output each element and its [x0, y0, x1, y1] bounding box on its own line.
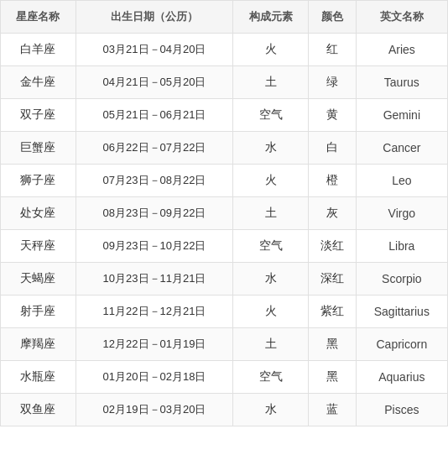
zodiac-color: 绿	[309, 66, 357, 99]
zodiac-element: 水	[233, 263, 309, 296]
zodiac-dates: 03月21日－04月20日	[76, 34, 233, 66]
zodiac-element: 水	[233, 132, 309, 165]
zodiac-color: 黑	[309, 361, 357, 394]
zodiac-dates: 09月23日－10月22日	[76, 230, 233, 263]
table-row: 处女座08月23日－09月22日土灰Virgo	[1, 197, 448, 230]
header-col-3: 颜色	[309, 1, 357, 34]
zodiac-color: 灰	[309, 197, 357, 230]
zodiac-dates: 10月23日－11月21日	[76, 263, 233, 296]
header-col-1: 出生日期（公历）	[76, 1, 233, 34]
zodiac-english: Taurus	[356, 66, 447, 99]
zodiac-dates: 04月21日－05月20日	[76, 66, 233, 99]
zodiac-dates: 12月22日－01月19日	[76, 328, 233, 361]
zodiac-color: 蓝	[309, 394, 357, 426]
zodiac-table: 星座名称出生日期（公历）构成元素颜色英文名称 白羊座03月21日－04月20日火…	[0, 0, 448, 426]
zodiac-english: Gemini	[356, 99, 447, 132]
table-row: 射手座11月22日－12月21日火紫红Sagittarius	[1, 296, 448, 328]
table-row: 双子座05月21日－06月21日空气黄Gemini	[1, 99, 448, 132]
zodiac-english: Aries	[356, 34, 447, 66]
zodiac-element: 空气	[233, 230, 309, 263]
zodiac-english: Capricorn	[356, 328, 447, 361]
zodiac-name: 狮子座	[1, 165, 76, 197]
zodiac-english: Aquarius	[356, 361, 447, 394]
table-row: 白羊座03月21日－04月20日火红Aries	[1, 34, 448, 66]
zodiac-name: 射手座	[1, 296, 76, 328]
zodiac-dates: 08月23日－09月22日	[76, 197, 233, 230]
zodiac-color: 黄	[309, 99, 357, 132]
zodiac-name: 水瓶座	[1, 361, 76, 394]
zodiac-english: Sagittarius	[356, 296, 447, 328]
zodiac-dates: 05月21日－06月21日	[76, 99, 233, 132]
table-row: 巨蟹座06月22日－07月22日水白Cancer	[1, 132, 448, 165]
zodiac-dates: 02月19日－03月20日	[76, 394, 233, 426]
table-header-row: 星座名称出生日期（公历）构成元素颜色英文名称	[1, 1, 448, 34]
zodiac-color: 白	[309, 132, 357, 165]
zodiac-color: 橙	[309, 165, 357, 197]
table-row: 天秤座09月23日－10月22日空气淡红Libra	[1, 230, 448, 263]
table-row: 金牛座04月21日－05月20日土绿Taurus	[1, 66, 448, 99]
zodiac-name: 摩羯座	[1, 328, 76, 361]
zodiac-name: 双鱼座	[1, 394, 76, 426]
zodiac-dates: 11月22日－12月21日	[76, 296, 233, 328]
zodiac-name: 白羊座	[1, 34, 76, 66]
zodiac-color: 红	[309, 34, 357, 66]
zodiac-element: 土	[233, 328, 309, 361]
header-col-2: 构成元素	[233, 1, 309, 34]
zodiac-name: 天蝎座	[1, 263, 76, 296]
zodiac-element: 水	[233, 394, 309, 426]
zodiac-element: 土	[233, 197, 309, 230]
zodiac-name: 天秤座	[1, 230, 76, 263]
zodiac-element: 空气	[233, 99, 309, 132]
zodiac-element: 土	[233, 66, 309, 99]
zodiac-name: 双子座	[1, 99, 76, 132]
zodiac-english: Scorpio	[356, 263, 447, 296]
zodiac-color: 深红	[309, 263, 357, 296]
header-col-4: 英文名称	[356, 1, 447, 34]
zodiac-dates: 06月22日－07月22日	[76, 132, 233, 165]
table-row: 狮子座07月23日－08月22日火橙Leo	[1, 165, 448, 197]
zodiac-color: 淡红	[309, 230, 357, 263]
header-col-0: 星座名称	[1, 1, 76, 34]
zodiac-english: Pisces	[356, 394, 447, 426]
zodiac-element: 火	[233, 296, 309, 328]
zodiac-name: 金牛座	[1, 66, 76, 99]
zodiac-english: Libra	[356, 230, 447, 263]
zodiac-element: 火	[233, 34, 309, 66]
table-row: 摩羯座12月22日－01月19日土黑Capricorn	[1, 328, 448, 361]
zodiac-english: Cancer	[356, 132, 447, 165]
zodiac-english: Virgo	[356, 197, 447, 230]
zodiac-dates: 07月23日－08月22日	[76, 165, 233, 197]
table-row: 双鱼座02月19日－03月20日水蓝Pisces	[1, 394, 448, 426]
table-row: 天蝎座10月23日－11月21日水深红Scorpio	[1, 263, 448, 296]
zodiac-color: 紫红	[309, 296, 357, 328]
zodiac-english: Leo	[356, 165, 447, 197]
zodiac-name: 处女座	[1, 197, 76, 230]
zodiac-dates: 01月20日－02月18日	[76, 361, 233, 394]
zodiac-color: 黑	[309, 328, 357, 361]
table-row: 水瓶座01月20日－02月18日空气黑Aquarius	[1, 361, 448, 394]
zodiac-element: 空气	[233, 361, 309, 394]
zodiac-element: 火	[233, 165, 309, 197]
zodiac-name: 巨蟹座	[1, 132, 76, 165]
